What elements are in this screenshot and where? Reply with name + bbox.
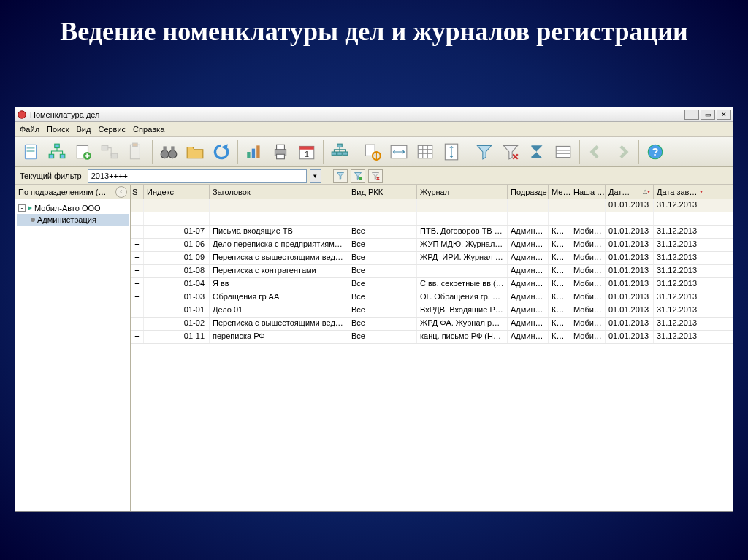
svg-rect-26	[337, 144, 343, 147]
tb-calendar-icon[interactable]: 1	[294, 139, 319, 164]
tree-child[interactable]: Администрация	[17, 214, 129, 226]
cell-dept: Админист…	[508, 331, 549, 343]
table-row[interactable]: +01-01Дело 01ВсеВхРДВ. Входящие РВД…Адми…	[131, 304, 733, 318]
cell-s: +	[131, 291, 144, 304]
svg-rect-29	[343, 152, 348, 155]
cell-date2: 31.12.2013	[654, 331, 706, 343]
cell-our: Мобил…	[570, 304, 606, 317]
svg-rect-15	[163, 146, 166, 151]
grid-body[interactable]: 01.01.2013 31.12.2013 +01-07Письма входя…	[131, 199, 733, 511]
cell-journal: ПТВ. Договоров ТВ (Н…	[417, 226, 508, 238]
menu-view[interactable]: Вид	[77, 125, 91, 134]
col-title[interactable]: Заголовок	[210, 185, 348, 199]
cell-journal: ОГ. Обращения гр. А…	[417, 291, 508, 304]
menu-help[interactable]: Справка	[133, 125, 164, 134]
cell-date1: 01.01.2013	[606, 318, 654, 330]
minimize-button[interactable]: _	[684, 110, 699, 120]
grid-filter-row[interactable]: 01.01.2013 31.12.2013	[131, 199, 733, 212]
tb-grid-icon[interactable]	[551, 139, 576, 164]
cell-title: Письма входящие ТВ	[210, 226, 348, 238]
col-s[interactable]: S	[131, 185, 144, 199]
col-journal[interactable]: Журнал	[417, 185, 508, 199]
tree: - Мобил-Авто ООО Администрация	[15, 199, 130, 229]
tb-orgchart-icon[interactable]	[327, 139, 352, 164]
cell-s: +	[131, 278, 144, 291]
tree-toggle-icon[interactable]: -	[18, 204, 26, 212]
tree-root[interactable]: - Мобил-Авто ООО	[17, 202, 129, 214]
tb-back-icon[interactable]	[584, 139, 608, 164]
tb-hierarchy-icon[interactable]	[45, 139, 69, 164]
grid-header: S Индекс Заголовок Вид РКК Журнал Подраз…	[131, 185, 733, 199]
tb-refresh-icon[interactable]	[209, 139, 234, 164]
table-row[interactable]: +01-04Я ввВсеС вв. секретные вв (…Админи…	[131, 278, 733, 291]
tb-forward-icon[interactable]	[610, 139, 635, 164]
cell-our: Мобил…	[570, 278, 606, 291]
tb-add-icon[interactable]	[71, 139, 96, 164]
cell-index: 01-08	[144, 265, 210, 277]
table-row[interactable]: +01-07Письма входящие ТВВсеПТВ. Договоро…	[131, 226, 733, 239]
filter-funnel-delete-icon[interactable]	[368, 169, 383, 183]
svg-rect-17	[247, 152, 250, 158]
close-button[interactable]: ✕	[717, 110, 731, 120]
cell-title: Переписка с контрагентами	[210, 265, 348, 277]
tb-folder-icon[interactable]	[183, 139, 207, 164]
svg-text:?: ?	[652, 145, 658, 158]
tb-cols-width-icon[interactable]	[386, 139, 411, 164]
menu-file[interactable]: Файл	[20, 125, 39, 134]
col-date2[interactable]: Дата зав…▾	[654, 185, 706, 199]
tree-root-label: Мобил-Авто ООО	[34, 204, 101, 212]
table-row[interactable]: +01-02Переписка с вышестоящими ведомс…Вс…	[131, 318, 733, 331]
tb-sum-icon[interactable]	[524, 139, 549, 164]
cell-dept: Админист…	[508, 304, 549, 317]
filter-input[interactable]	[88, 169, 307, 183]
cell-index: 01-04	[144, 278, 210, 291]
menu-search[interactable]: Поиск	[47, 125, 69, 134]
cell-date2: 31.12.2013	[654, 318, 706, 330]
menu-service[interactable]: Сервис	[98, 125, 126, 134]
svg-rect-10	[111, 153, 118, 158]
svg-rect-4	[55, 144, 60, 147]
cell-dept: Админист…	[508, 252, 549, 264]
table-row[interactable]: +01-11переписка РФВсеканц. письмо РФ (НД…	[131, 331, 733, 344]
tb-chart-icon[interactable]	[242, 139, 267, 164]
tb-help-icon[interactable]: ?	[643, 139, 668, 164]
cell-index: 01-03	[144, 291, 210, 304]
col-me[interactable]: Ме…	[549, 185, 570, 199]
tb-rows-height-icon[interactable]	[439, 139, 464, 164]
col-our[interactable]: Наша …	[570, 185, 606, 199]
cell-title: Переписка с вышестоящими ведомс…	[210, 318, 348, 330]
filter-dropdown-icon[interactable]: ▾	[310, 169, 321, 183]
table-row[interactable]: +01-08Переписка с контрагентамиВсеАдмини…	[131, 265, 733, 278]
col-index[interactable]: Индекс	[144, 185, 210, 199]
col-dept[interactable]: Подразде…	[508, 185, 549, 199]
tb-funnel-icon[interactable]	[472, 139, 497, 164]
filterbar: Текущий фильтр ▾	[15, 167, 733, 185]
svg-marker-39	[28, 206, 32, 210]
tb-table-icon[interactable]	[413, 139, 438, 164]
svg-rect-3	[27, 150, 35, 151]
svg-point-0	[18, 110, 26, 118]
svg-rect-33	[418, 145, 432, 158]
tb-binoculars-icon[interactable]	[156, 139, 181, 164]
tb-settings-icon[interactable]	[360, 139, 385, 164]
filter-funnel-icon[interactable]	[333, 169, 348, 183]
col-kind[interactable]: Вид РКК	[348, 185, 417, 199]
cell-date2: 31.12.2013	[654, 278, 706, 291]
cell-index: 01-09	[144, 252, 210, 264]
sidebar-collapse-icon[interactable]: ‹	[115, 186, 127, 198]
cell-index: 01-07	[144, 226, 210, 238]
maximize-button[interactable]: ▭	[701, 110, 715, 120]
svg-rect-28	[337, 152, 343, 155]
tb-paste-icon[interactable]	[123, 139, 148, 164]
tb-funnel-clear-icon[interactable]	[498, 139, 523, 164]
table-row[interactable]: +01-03Обращения гр ААВсеОГ. Обращения гр…	[131, 291, 733, 304]
tb-link-icon[interactable]	[97, 139, 122, 164]
cell-me: Ка…	[549, 291, 570, 304]
cell-kind: Все	[348, 291, 417, 304]
col-date1[interactable]: Дат…△▾	[606, 185, 654, 199]
tb-print-icon[interactable]	[268, 139, 293, 164]
table-row[interactable]: +01-06Дело переписка с предприятиями М…В…	[131, 239, 733, 252]
filter-funnel-save-icon[interactable]	[351, 169, 365, 183]
tb-document-icon[interactable]	[18, 139, 43, 164]
table-row[interactable]: +01-09Переписка с вышестоящими ведомс…Вс…	[131, 252, 733, 265]
